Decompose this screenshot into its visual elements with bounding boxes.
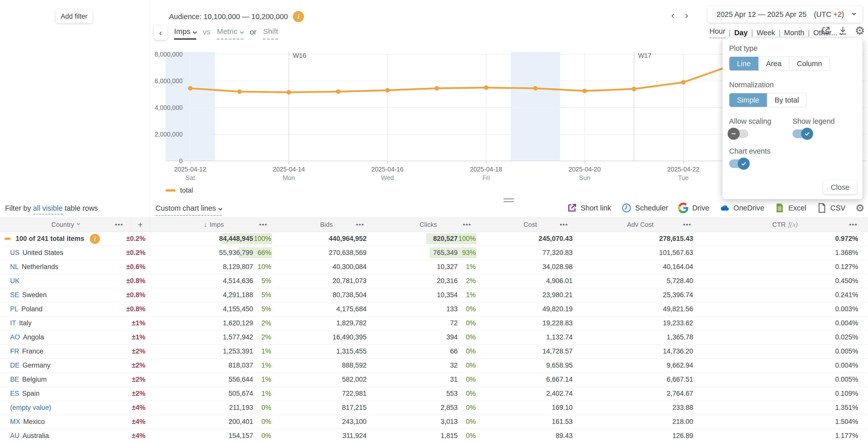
country-name: Spain: [22, 390, 39, 398]
filter-by-control: Filter by all visible table rows: [5, 204, 98, 212]
table-row[interactable]: MXMexico±4%200,4010%243,1003,0130%161.53…: [0, 415, 868, 429]
prev-period-button[interactable]: ‹: [671, 10, 675, 21]
table-row[interactable]: AUAustralia±4%154,1570%311,9241,8150%89.…: [0, 429, 868, 443]
date-range-picker[interactable]: 2025 Apr 12 — 2025 Apr 25 (UTC +2): [708, 6, 863, 23]
table-row[interactable]: ESSpain±2%505,6741%722,9815530%2,402.742…: [0, 387, 868, 401]
normalization-bytotal-button[interactable]: By total: [767, 93, 807, 107]
imps-cell: 556,6441%: [150, 373, 278, 386]
bids-cell: 1,829,782: [278, 316, 375, 330]
imps-cell: 8,129,80710%: [150, 260, 278, 274]
bids-cell: 311,924: [278, 429, 375, 443]
table-row[interactable]: USUnited States±0.2%55,936,79966%270,638…: [0, 246, 868, 260]
column-header-ctr[interactable]: CTRf(x) •••: [702, 218, 868, 232]
plot-type-line-button[interactable]: Line: [730, 57, 758, 70]
column-menu-icon[interactable]: •••: [463, 221, 471, 229]
table-row[interactable]: ITItaly±1%1,620,1292%1,829,782720%19,228…: [0, 316, 868, 330]
primary-metric-dropdown[interactable]: Imps: [174, 27, 196, 40]
ctr-cell: 0.241%: [702, 288, 868, 302]
uncertainty-cell: ±1%: [131, 330, 150, 344]
table-row[interactable]: SESweden±0.8%4,291,1885%80,738,50410,354…: [0, 288, 868, 302]
download-icon[interactable]: [838, 26, 848, 36]
scheduler-button[interactable]: Scheduler: [621, 203, 668, 213]
ctr-cell: 0.025%: [702, 330, 868, 344]
metric-controls: Imps vs Metric or Shift: [174, 27, 278, 40]
onedrive-button[interactable]: OneDrive: [719, 203, 764, 213]
granularity-day[interactable]: Day: [734, 29, 747, 37]
column-header-imps[interactable]: ↓ Imps •••: [150, 218, 278, 232]
info-icon[interactable]: i: [293, 11, 304, 22]
adv-cost-cell: 278,615.43: [579, 232, 702, 246]
drive-button[interactable]: Drive: [678, 203, 709, 213]
close-button[interactable]: Close: [823, 180, 857, 194]
table-row[interactable]: PLPoland±0.8%4,155,4505%4,175,6841330%49…: [0, 302, 868, 316]
ctr-cell: 0.004%: [702, 359, 868, 372]
csv-button[interactable]: CSV: [816, 203, 846, 213]
excel-button[interactable]: Excel: [774, 203, 806, 213]
add-column-button[interactable]: +: [131, 218, 150, 232]
country-name: France: [22, 347, 43, 355]
table-row[interactable]: UK±0.8%4,514,6365%20,781,07320,3162%4,90…: [0, 274, 868, 288]
country-cell: BEBelgium: [0, 373, 131, 386]
add-filter-button[interactable]: Add filter: [56, 9, 93, 23]
table-row[interactable]: 100 of 241 total itemsi±0.2%84,448,94510…: [0, 232, 868, 246]
secondary-metric-label: Metric: [217, 27, 238, 35]
country-code: DE: [10, 362, 20, 369]
open-in-new-icon[interactable]: [821, 26, 831, 36]
column-menu-icon[interactable]: •••: [849, 221, 858, 229]
granularity-month[interactable]: Month: [784, 29, 804, 37]
chart-resize-handle[interactable]: [503, 198, 514, 204]
imps-cell: 1,577,9422%: [150, 330, 278, 344]
column-header-adv-cost[interactable]: Adv Cost•••: [579, 218, 702, 232]
table-row[interactable]: FRFrance±2%1,253,3911%1,315,455660%14,72…: [0, 344, 868, 359]
plot-type-column-button[interactable]: Column: [789, 57, 830, 70]
show-legend-toggle[interactable]: [793, 130, 812, 138]
short-link-button[interactable]: Short link: [566, 203, 611, 213]
table-settings-gear-icon[interactable]: ⚙: [856, 203, 865, 213]
ctr-cell: 0.003%: [702, 302, 868, 316]
allow-scaling-toggle[interactable]: [729, 130, 748, 138]
custom-chart-lines-dropdown[interactable]: Custom chart lines: [155, 204, 222, 216]
secondary-metric-dropdown[interactable]: Metric: [217, 27, 243, 40]
chart-events-toggle[interactable]: [729, 160, 748, 168]
info-icon[interactable]: i: [90, 234, 100, 244]
plot-type-area-button[interactable]: Area: [758, 57, 789, 70]
table-row[interactable]: (empty value)±4%211,1930%817,2152,8530%1…: [0, 401, 868, 415]
show-legend-label: Show legend: [793, 117, 856, 126]
granularity-hour[interactable]: Hour: [710, 27, 725, 38]
column-menu-icon[interactable]: •••: [356, 221, 364, 229]
separator: |: [729, 29, 731, 37]
back-button[interactable]: ‹: [154, 25, 167, 40]
table-row[interactable]: DEGermany±2%818,0371%888,592320%9,658.95…: [0, 359, 868, 373]
chart-settings-gear-icon[interactable]: ⚙: [855, 25, 865, 36]
adv-cost-cell: 25,396.74: [579, 288, 702, 302]
clicks-cell: 10,3271%: [375, 260, 482, 274]
column-header-clicks[interactable]: Clicks•••: [375, 218, 482, 232]
ctr-cell: 0.450%: [702, 274, 868, 288]
column-header-cost[interactable]: Cost•••: [482, 218, 579, 232]
next-period-button[interactable]: ›: [685, 10, 688, 21]
chart-legend[interactable]: total: [165, 186, 193, 194]
table-row[interactable]: NLNetherlands±0.6%8,129,80710%40,300,084…: [0, 260, 868, 274]
table-row[interactable]: AOAngola±1%1,577,9422%16,490,3953940%1,1…: [0, 330, 868, 344]
column-header-country[interactable]: Country •••: [0, 218, 131, 232]
svg-text:Sat: Sat: [185, 174, 195, 181]
bids-cell: 817,215: [278, 401, 375, 415]
filter-by-link[interactable]: all visible: [33, 204, 63, 215]
filter-by-suffix: table rows: [65, 204, 98, 212]
date-nav: ‹ ›: [671, 10, 688, 21]
svg-text:6,000,000: 6,000,000: [155, 77, 183, 84]
shift-option[interactable]: Shift: [263, 27, 278, 40]
column-menu-icon[interactable]: •••: [115, 221, 123, 229]
country-code: US: [10, 249, 20, 257]
column-menu-icon[interactable]: •••: [259, 221, 268, 229]
uncertainty-cell: ±0.2%: [131, 246, 150, 260]
column-menu-icon[interactable]: •••: [683, 221, 691, 229]
ctr-cell: 0.972%: [702, 232, 868, 246]
column-header-bids[interactable]: Bids•••: [278, 218, 375, 232]
normalization-simple-button[interactable]: Simple: [730, 93, 767, 107]
adv-cost-cell: 49,821.56: [579, 302, 702, 316]
uncertainty-cell: ±0.6%: [131, 260, 150, 274]
table-row[interactable]: BEBelgium±2%556,6441%582,002310%6,667.14…: [0, 373, 868, 387]
column-menu-icon[interactable]: •••: [560, 221, 568, 229]
granularity-week[interactable]: Week: [756, 29, 775, 37]
